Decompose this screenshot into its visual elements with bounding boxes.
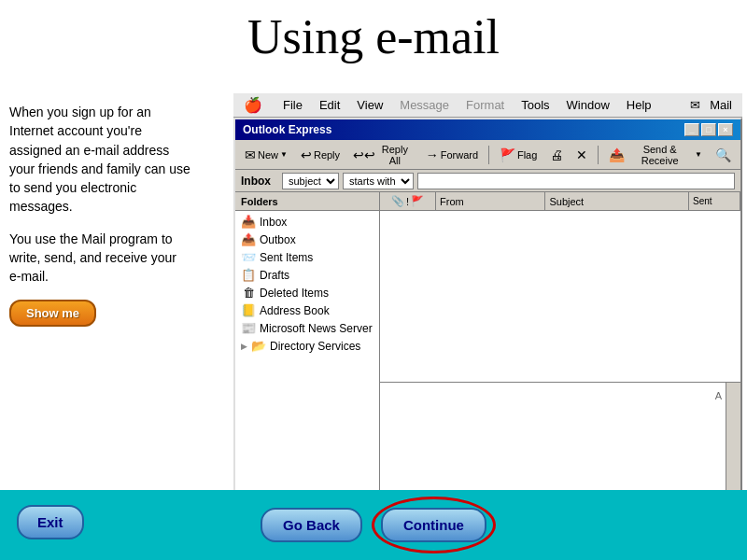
title-bar-buttons: _ □ × [684,123,733,136]
new-label: New [258,149,278,161]
exit-button[interactable]: Exit [17,505,84,539]
preview-text-icon: A [715,390,722,401]
bottom-teal-bar: Go Back Continue [0,490,747,560]
folder-outbox-label: Outbox [260,233,296,246]
print-icon: 🖨 [550,147,563,162]
page-title: Using e-mail [0,0,747,69]
mail-icon-symbol: ✉ [687,97,703,113]
filter-input[interactable] [417,173,735,189]
mail-area: ✉ Mail [687,97,735,113]
apple-icon[interactable]: 🍎 [241,95,265,115]
drafts-icon: 📋 [241,268,256,282]
col-icon-1: 📎 [391,195,404,207]
toolbar-sep-1 [488,146,489,164]
forward-label: Forward [441,149,478,161]
folder-deleted-label: Deleted Items [260,287,329,300]
folder-drafts-label: Drafts [260,269,289,282]
folder-inbox[interactable]: 📥 Inbox [235,213,379,231]
flag-label: Flag [517,149,537,161]
flag-button[interactable]: 🚩 Flag [494,143,543,167]
folder-newsserver-label: Microsoft News Server [260,322,373,335]
flag-icon: 🚩 [500,147,515,162]
left-text-1: When you sign up for an Internet account… [9,103,191,217]
continue-button[interactable]: Continue [381,508,486,542]
folder-directory[interactable]: ▶ 📂 Directory Services [235,337,379,355]
newsserver-icon: 📰 [241,321,256,335]
folder-inbox-label: Inbox [260,216,287,229]
close-button[interactable]: × [718,123,733,136]
window-title: Outlook Express [243,123,331,136]
send-receive-label: Send & Receive [627,144,693,166]
mail-label: Mail [707,97,735,113]
filter-field-select[interactable]: subject [282,173,339,189]
sent-icon: 📨 [241,250,256,264]
toolbar-sep-2 [598,146,599,164]
delete-button[interactable]: ✕ [571,143,593,167]
col-icon-2: ! [406,196,409,207]
folder-drafts[interactable]: 📋 Drafts [235,266,379,284]
expand-arrow: ▶ [241,342,247,351]
msg-col-sent[interactable]: Sent [689,192,740,210]
new-button[interactable]: ✉ New ▼ [239,143,293,167]
menu-help[interactable]: Help [624,97,655,113]
message-list-header: 📎 ! 🚩 From Subject Sent [380,192,740,211]
menu-window[interactable]: Window [564,97,613,113]
delete-icon: ✕ [576,147,587,162]
new-dropdown-arrow: ▼ [280,150,288,159]
col-icon-3: 🚩 [411,195,424,207]
menu-tools[interactable]: Tools [518,97,552,113]
maximize-button[interactable]: □ [701,123,716,136]
filter-bar: Inbox subject starts with [235,170,740,192]
toolbar: ✉ New ▼ ↩ Reply ↩↩ Reply All → Forward 🚩… [235,140,740,170]
menu-edit[interactable]: Edit [317,97,343,113]
menu-format[interactable]: Format [463,97,507,113]
reply-all-label: Reply All [377,144,413,166]
forward-icon: → [426,147,439,162]
deleted-icon: 🗑 [241,286,256,300]
show-me-button[interactable]: Show me [9,300,96,327]
title-bar: Outlook Express _ □ × [235,119,740,140]
menu-view[interactable]: View [354,97,386,113]
find-icon: 🔍 [715,147,731,162]
folder-sent-label: Sent Items [260,251,313,264]
send-receive-icon: 📤 [609,147,625,162]
addressbook-icon: 📒 [241,303,256,317]
continue-wrapper: Continue [381,508,486,542]
send-receive-arrow: ▼ [695,150,702,159]
minimize-button[interactable]: _ [684,123,699,136]
mac-menubar: 🍎 File Edit View Message Format Tools Wi… [233,93,742,118]
folder-sent[interactable]: 📨 Sent Items [235,248,379,266]
folder-deleted[interactable]: 🗑 Deleted Items [235,284,379,301]
msg-col-icons: 📎 ! 🚩 [380,192,436,210]
msg-col-subject[interactable]: Subject [545,192,689,210]
go-back-button[interactable]: Go Back [261,508,362,542]
message-list [380,211,740,383]
reply-label: Reply [314,149,340,161]
left-text-2: You use the Mail program to write, send,… [9,230,191,287]
folder-header: Folders [235,192,379,211]
inbox-icon: 📥 [241,215,256,229]
print-button[interactable]: 🖨 [544,143,569,167]
reply-all-icon: ↩↩ [353,147,375,162]
new-icon: ✉ [245,147,256,162]
menu-message[interactable]: Message [397,97,452,113]
folder-outbox[interactable]: 📤 Outbox [235,231,379,248]
folder-addressbook-label: Address Book [260,304,330,317]
filter-condition-select[interactable]: starts with [343,173,414,189]
send-receive-button[interactable]: 📤 Send & Receive ▼ [603,143,708,167]
msg-col-from[interactable]: From [436,192,545,210]
find-button[interactable]: 🔍 [710,143,737,167]
outbox-icon: 📤 [241,232,256,246]
reply-icon: ↩ [301,147,312,162]
forward-button[interactable]: → Forward [420,143,484,167]
reply-button[interactable]: ↩ Reply [295,143,345,167]
folder-newsserver[interactable]: 📰 Microsoft News Server [235,319,379,337]
folder-addressbook[interactable]: 📒 Address Book [235,301,379,319]
inbox-label: Inbox [241,175,271,188]
left-panel: When you sign up for an Internet account… [9,103,191,327]
folder-directory-label: Directory Services [270,340,360,353]
directory-icon: 📂 [251,339,266,353]
reply-all-button[interactable]: ↩↩ Reply All [347,143,418,167]
menu-file[interactable]: File [280,97,305,113]
